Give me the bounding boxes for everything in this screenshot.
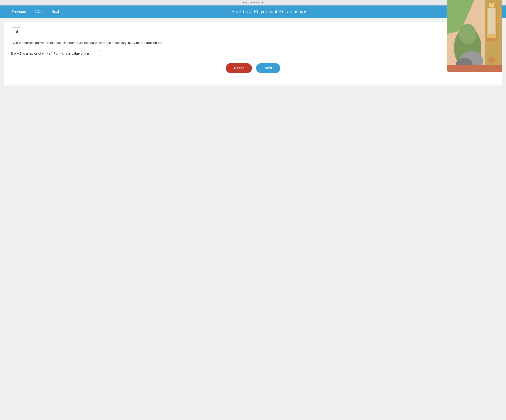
browser-url-bar: f2.app.edmentum.com	[0, 0, 506, 6]
previous-button[interactable]: ← Previous	[3, 8, 29, 16]
answer-input[interactable]	[91, 50, 100, 56]
next-button[interactable]: Next →	[49, 8, 67, 16]
page-title: Post Test: Polynomial Relationships	[67, 9, 472, 14]
svg-rect-12	[447, 65, 502, 72]
previous-arrow-icon: ←	[6, 9, 10, 14]
nav-header: ← Previous 14 ⌄ Next → Post Test: Polyno…	[0, 6, 506, 18]
chevron-down-icon: ⌄	[40, 10, 43, 13]
svg-rect-13	[488, 8, 495, 34]
svg-rect-6	[491, 0, 493, 5]
reset-button[interactable]: Reset	[226, 63, 252, 73]
question-card: 14 Type the correct answer in the box. U…	[4, 22, 502, 86]
next-question-button[interactable]: Next	[256, 63, 280, 73]
question-number-selector[interactable]: 14 ⌄	[32, 9, 46, 14]
footer: © 2022 Edmentum. All rights reserved.	[0, 417, 506, 420]
nav-divider-2	[47, 8, 47, 15]
question-number-label: 14	[11, 27, 21, 36]
question-text: If p − 1 is a factor of p4 + p2 + p − k,…	[11, 50, 495, 56]
prompt-prefix: If p − 1 is a factor of p4 + p2 + p − k,…	[11, 51, 90, 55]
nav-divider-1	[30, 8, 30, 15]
svg-point-11	[488, 56, 495, 63]
svg-point-8	[459, 24, 476, 44]
button-row: Reset Next	[11, 63, 495, 73]
next-arrow-icon: →	[60, 9, 64, 14]
image-placeholder	[447, 0, 502, 72]
corner-decorative-image	[447, 0, 502, 72]
question-instructions: Type the correct answer in the box. Use …	[11, 40, 495, 45]
period: .	[101, 51, 102, 55]
main-content: 14 Type the correct answer in the box. U…	[0, 18, 506, 417]
url-text: f2.app.edmentum.com	[242, 1, 264, 4]
next-label: Next	[51, 9, 59, 14]
current-question-num: 14	[34, 9, 40, 14]
previous-label: Previous	[11, 9, 26, 14]
